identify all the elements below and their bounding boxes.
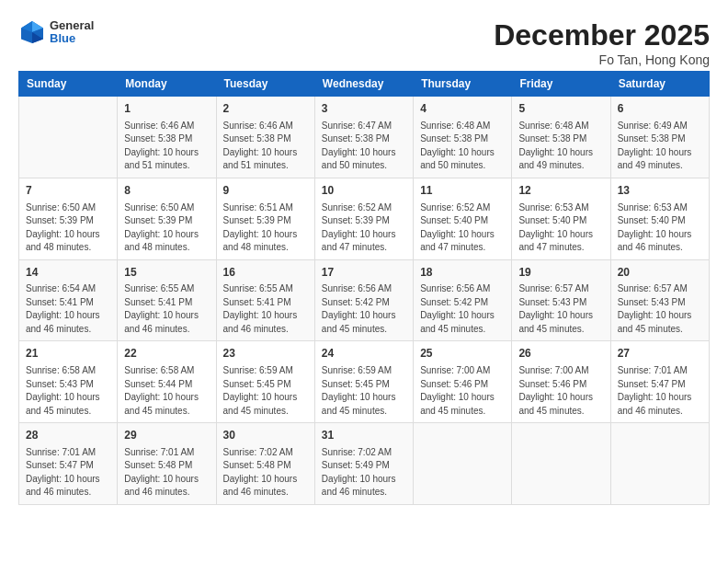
header-row: SundayMondayTuesdayWednesdayThursdayFrid… [19, 72, 710, 97]
calendar-cell: 4Sunrise: 6:48 AMSunset: 5:38 PMDaylight… [414, 97, 512, 178]
day-number: 8 [124, 183, 209, 199]
month-title: December 2025 [494, 18, 710, 52]
day-info: Sunrise: 6:50 AMSunset: 5:39 PMDaylight:… [124, 201, 209, 255]
header-monday: Monday [118, 72, 216, 97]
day-info: Sunrise: 6:48 AMSunset: 5:38 PMDaylight:… [518, 120, 603, 173]
calendar-cell: 29Sunrise: 7:01 AMSunset: 5:48 PMDayligh… [118, 423, 216, 505]
header-thursday: Thursday [414, 72, 512, 97]
day-number: 24 [322, 346, 406, 362]
day-number: 15 [124, 265, 209, 281]
day-info: Sunrise: 7:02 AMSunset: 5:49 PMDaylight:… [322, 446, 406, 500]
day-number: 2 [223, 101, 308, 117]
day-info: Sunrise: 7:00 AMSunset: 5:46 PMDaylight:… [420, 364, 505, 418]
day-info: Sunrise: 6:56 AMSunset: 5:42 PMDaylight:… [420, 282, 505, 336]
day-number: 13 [618, 183, 702, 199]
day-info: Sunrise: 6:59 AMSunset: 5:45 PMDaylight:… [223, 364, 308, 418]
calendar-cell [512, 423, 610, 505]
day-info: Sunrise: 6:55 AMSunset: 5:41 PMDaylight:… [124, 282, 209, 336]
week-row-1: 1Sunrise: 6:46 AMSunset: 5:38 PMDaylight… [19, 97, 710, 178]
day-number: 3 [322, 101, 406, 117]
calendar-cell: 22Sunrise: 6:58 AMSunset: 5:44 PMDayligh… [118, 341, 216, 423]
day-number: 28 [26, 428, 110, 443]
day-info: Sunrise: 6:53 AMSunset: 5:40 PMDaylight:… [518, 201, 603, 255]
day-info: Sunrise: 7:02 AMSunset: 5:48 PMDaylight:… [223, 446, 308, 500]
calendar-cell: 31Sunrise: 7:02 AMSunset: 5:49 PMDayligh… [314, 423, 413, 505]
day-number: 7 [26, 183, 110, 199]
calendar-cell: 16Sunrise: 6:55 AMSunset: 5:41 PMDayligh… [216, 259, 314, 341]
calendar-cell: 14Sunrise: 6:54 AMSunset: 5:41 PMDayligh… [19, 259, 118, 341]
calendar-cell: 24Sunrise: 6:59 AMSunset: 5:45 PMDayligh… [314, 341, 413, 423]
page-header: General Blue December 2025 Fo Tan, Hong … [18, 18, 710, 67]
day-number: 25 [420, 346, 505, 362]
header-tuesday: Tuesday [216, 72, 314, 97]
calendar-cell: 18Sunrise: 6:56 AMSunset: 5:42 PMDayligh… [414, 259, 512, 341]
day-info: Sunrise: 6:50 AMSunset: 5:39 PMDaylight:… [26, 201, 110, 255]
day-info: Sunrise: 6:58 AMSunset: 5:43 PMDaylight:… [26, 364, 110, 418]
day-info: Sunrise: 6:57 AMSunset: 5:43 PMDaylight:… [518, 282, 603, 336]
week-row-5: 28Sunrise: 7:01 AMSunset: 5:47 PMDayligh… [19, 423, 710, 505]
day-info: Sunrise: 7:01 AMSunset: 5:47 PMDaylight:… [618, 364, 702, 418]
day-number: 5 [518, 101, 603, 117]
calendar-cell: 15Sunrise: 6:55 AMSunset: 5:41 PMDayligh… [118, 259, 216, 341]
day-number: 1 [124, 101, 209, 117]
calendar-table: SundayMondayTuesdayWednesdayThursdayFrid… [18, 71, 710, 505]
day-number: 19 [518, 265, 603, 281]
calendar-cell: 26Sunrise: 7:00 AMSunset: 5:46 PMDayligh… [512, 341, 610, 423]
calendar-cell: 7Sunrise: 6:50 AMSunset: 5:39 PMDaylight… [19, 178, 118, 259]
logo-icon [18, 18, 46, 46]
day-info: Sunrise: 6:54 AMSunset: 5:41 PMDaylight:… [26, 282, 110, 336]
week-row-3: 14Sunrise: 6:54 AMSunset: 5:41 PMDayligh… [19, 259, 710, 341]
day-number: 26 [518, 346, 603, 362]
header-friday: Friday [512, 72, 610, 97]
calendar-cell: 20Sunrise: 6:57 AMSunset: 5:43 PMDayligh… [610, 259, 709, 341]
day-number: 30 [223, 428, 308, 443]
calendar-cell: 9Sunrise: 6:51 AMSunset: 5:39 PMDaylight… [216, 178, 314, 259]
day-number: 27 [618, 346, 702, 362]
calendar-cell: 19Sunrise: 6:57 AMSunset: 5:43 PMDayligh… [512, 259, 610, 341]
day-number: 14 [26, 265, 110, 281]
day-info: Sunrise: 7:01 AMSunset: 5:47 PMDaylight:… [26, 446, 110, 500]
day-info: Sunrise: 6:52 AMSunset: 5:39 PMDaylight:… [322, 201, 406, 255]
calendar-cell: 28Sunrise: 7:01 AMSunset: 5:47 PMDayligh… [19, 423, 118, 505]
location: Fo Tan, Hong Kong [494, 52, 710, 67]
header-saturday: Saturday [610, 72, 709, 97]
day-info: Sunrise: 6:59 AMSunset: 5:45 PMDaylight:… [322, 364, 406, 418]
calendar-cell: 23Sunrise: 6:59 AMSunset: 5:45 PMDayligh… [216, 341, 314, 423]
calendar-cell: 2Sunrise: 6:46 AMSunset: 5:38 PMDaylight… [216, 97, 314, 178]
day-number: 6 [618, 101, 702, 117]
calendar-cell: 30Sunrise: 7:02 AMSunset: 5:48 PMDayligh… [216, 423, 314, 505]
day-number: 9 [223, 183, 308, 199]
calendar-cell: 1Sunrise: 6:46 AMSunset: 5:38 PMDaylight… [118, 97, 216, 178]
day-number: 12 [518, 183, 603, 199]
day-number: 29 [124, 428, 209, 443]
calendar-cell: 10Sunrise: 6:52 AMSunset: 5:39 PMDayligh… [314, 178, 413, 259]
title-block: December 2025 Fo Tan, Hong Kong [494, 18, 710, 67]
calendar-cell: 3Sunrise: 6:47 AMSunset: 5:38 PMDaylight… [314, 97, 413, 178]
logo: General Blue [18, 18, 94, 46]
day-info: Sunrise: 6:47 AMSunset: 5:38 PMDaylight:… [322, 120, 406, 173]
day-info: Sunrise: 6:48 AMSunset: 5:38 PMDaylight:… [420, 120, 505, 173]
day-number: 16 [223, 265, 308, 281]
day-info: Sunrise: 6:52 AMSunset: 5:40 PMDaylight:… [420, 201, 505, 255]
week-row-2: 7Sunrise: 6:50 AMSunset: 5:39 PMDaylight… [19, 178, 710, 259]
day-number: 23 [223, 346, 308, 362]
day-number: 21 [26, 346, 110, 362]
day-info: Sunrise: 6:49 AMSunset: 5:38 PMDaylight:… [618, 120, 702, 173]
calendar-cell: 11Sunrise: 6:52 AMSunset: 5:40 PMDayligh… [414, 178, 512, 259]
calendar-cell: 8Sunrise: 6:50 AMSunset: 5:39 PMDaylight… [118, 178, 216, 259]
header-wednesday: Wednesday [314, 72, 413, 97]
day-info: Sunrise: 6:58 AMSunset: 5:44 PMDaylight:… [124, 364, 209, 418]
day-info: Sunrise: 6:53 AMSunset: 5:40 PMDaylight:… [618, 201, 702, 255]
day-number: 20 [618, 265, 702, 281]
week-row-4: 21Sunrise: 6:58 AMSunset: 5:43 PMDayligh… [19, 341, 710, 423]
calendar-cell: 17Sunrise: 6:56 AMSunset: 5:42 PMDayligh… [314, 259, 413, 341]
day-info: Sunrise: 6:46 AMSunset: 5:38 PMDaylight:… [124, 120, 209, 173]
day-number: 11 [420, 183, 505, 199]
day-info: Sunrise: 6:56 AMSunset: 5:42 PMDaylight:… [322, 282, 406, 336]
calendar-cell: 25Sunrise: 7:00 AMSunset: 5:46 PMDayligh… [414, 341, 512, 423]
calendar-cell: 13Sunrise: 6:53 AMSunset: 5:40 PMDayligh… [610, 178, 709, 259]
day-info: Sunrise: 6:46 AMSunset: 5:38 PMDaylight:… [223, 120, 308, 173]
day-number: 17 [322, 265, 406, 281]
day-number: 22 [124, 346, 209, 362]
calendar-cell: 21Sunrise: 6:58 AMSunset: 5:43 PMDayligh… [19, 341, 118, 423]
